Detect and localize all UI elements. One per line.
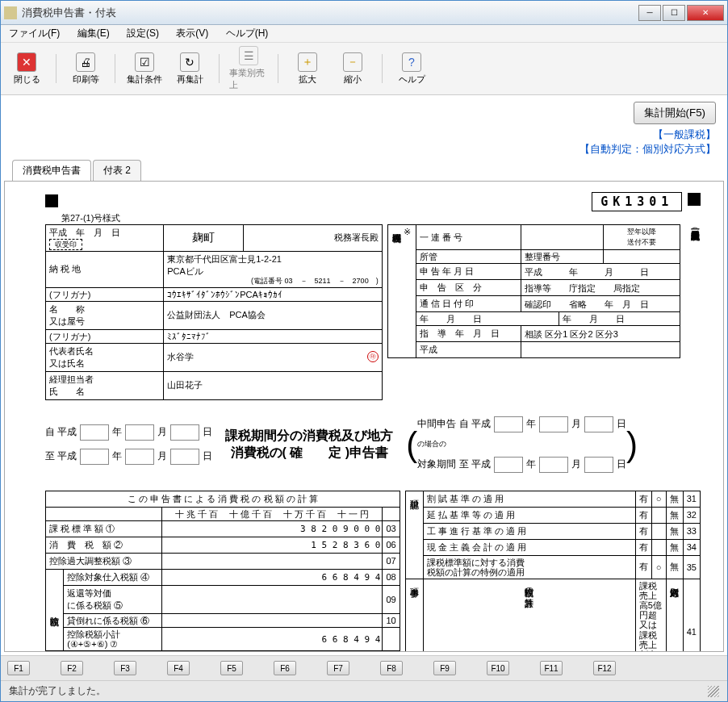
- conditions-button[interactable]: ☑集計条件: [125, 52, 164, 86]
- f4-key[interactable]: F4: [167, 661, 190, 675]
- notes-table: 付記事項 割 賦 基 準 の 適 用有○無31 延 払 基 準 等 の 適 用有…: [405, 491, 701, 652]
- form-code: GK1301: [592, 192, 682, 211]
- zoomout-button[interactable]: －縮小: [333, 52, 372, 86]
- mid-from-d[interactable]: [584, 416, 613, 432]
- mid-from-y[interactable]: [494, 416, 523, 432]
- printer-icon: 🖨: [76, 52, 95, 72]
- f11-key[interactable]: F11: [540, 661, 563, 675]
- f6-key[interactable]: F6: [274, 661, 296, 675]
- applicant-table: 平成 年 月 日収受印 麹町 税務署長殿 納 税 地 東京都千代田区富士見1-2…: [45, 224, 383, 400]
- form-number: 第27-(1)号様式: [61, 212, 701, 224]
- menu-help[interactable]: ヘルプ(H): [226, 27, 269, 39]
- recalc-icon: ↻: [180, 52, 199, 72]
- menu-view[interactable]: 表示(V): [176, 27, 208, 39]
- f10-key[interactable]: F10: [487, 661, 509, 675]
- tax-mode-labels: 【一般課税】 【自動判定：個別対応方式】: [1, 127, 727, 160]
- form-area[interactable]: GK1301 第27-(1)号様式 平成 年 月 日収受印 麹町 税務署長殿 納…: [4, 181, 724, 652]
- f8-key[interactable]: F8: [380, 661, 403, 675]
- from-month-input[interactable]: [125, 424, 154, 441]
- help-icon: ?: [402, 52, 421, 72]
- toolbar: ✕閉じる 🖨印刷等 ☑集計条件 ↻再集計 ☰事業別売上 ＋拡大 －縮小 ?ヘルプ: [1, 43, 727, 95]
- office-processing-table: ※税務署処理欄 一 連 番 号翌年以降 送付不要 所管整理番号 申 告 年 月 …: [387, 224, 680, 358]
- bybusiness-button[interactable]: ☰事業別売上: [229, 46, 268, 91]
- menu-file[interactable]: ファイル(F): [9, 27, 60, 39]
- seal-icon: ㊞: [367, 351, 379, 362]
- list-icon: ☰: [239, 46, 258, 65]
- resize-grip[interactable]: [708, 686, 719, 697]
- calc-table: こ の 申 告 書 に よ る 消 費 税 の 税 額 の 計 算 十 兆 千 …: [45, 491, 400, 651]
- f5-key[interactable]: F5: [220, 661, 243, 675]
- tab-declaration[interactable]: 消費税申告書: [12, 160, 91, 181]
- f7-key[interactable]: F7: [327, 661, 349, 675]
- black-marker-left: [45, 194, 58, 207]
- statusbar: 集計が完了しました。: [1, 680, 727, 701]
- f9-key[interactable]: F9: [433, 661, 456, 675]
- minimize-button[interactable]: ─: [638, 5, 661, 21]
- window-title: 消費税申告書・付表: [22, 6, 638, 20]
- status-text: 集計が完了しました。: [9, 684, 106, 698]
- plus-icon: ＋: [298, 52, 317, 72]
- menu-settings[interactable]: 設定(S): [127, 27, 159, 39]
- f2-key[interactable]: F2: [61, 661, 83, 675]
- recalc-button[interactable]: ↻再集計: [170, 52, 209, 86]
- declaration-title-2: 消費税の( 確 定 )申告書: [225, 445, 393, 462]
- conditions-icon: ☑: [135, 52, 154, 72]
- to-year-input[interactable]: [80, 449, 109, 465]
- f12-key[interactable]: F12: [593, 661, 616, 675]
- declaration-title-1: 課税期間分の消費税及び地方: [225, 428, 393, 445]
- black-marker-right: [688, 193, 701, 206]
- help-button[interactable]: ?ヘルプ: [392, 52, 431, 86]
- mid-from-m[interactable]: [539, 416, 568, 432]
- name-label: 名 称 又は屋号: [46, 301, 164, 329]
- menu-edit[interactable]: 編集(E): [77, 27, 110, 39]
- f1-key[interactable]: F1: [7, 661, 30, 675]
- f3-key[interactable]: F3: [114, 661, 136, 675]
- from-year-input[interactable]: [80, 424, 109, 441]
- titlebar: 消費税申告書・付表 ─ ☐ ✕: [1, 1, 727, 25]
- print-button[interactable]: 🖨印刷等: [66, 52, 105, 86]
- fkey-bar: F1 F2 F3 F4 F5 F6 F7 F8 F9 F10 F11 F12: [1, 655, 727, 680]
- mid-to-m[interactable]: [539, 457, 568, 473]
- from-day-input[interactable]: [170, 424, 199, 441]
- tab-appendix2[interactable]: 付表 2: [93, 160, 141, 181]
- start-calc-button[interactable]: 集計開始(F5): [634, 102, 716, 124]
- close-icon: ✕: [17, 52, 36, 72]
- close-button[interactable]: ✕: [687, 5, 724, 21]
- minus-icon: －: [343, 52, 362, 72]
- to-month-input[interactable]: [125, 449, 154, 465]
- zoomin-button[interactable]: ＋拡大: [288, 52, 327, 86]
- close-tool-button[interactable]: ✕閉じる: [7, 52, 46, 86]
- mid-to-d[interactable]: [584, 457, 613, 473]
- to-day-input[interactable]: [170, 449, 199, 465]
- app-icon: [4, 6, 17, 19]
- maximize-button[interactable]: ☐: [663, 5, 685, 21]
- mid-to-y[interactable]: [494, 457, 523, 473]
- menubar: ファイル(F) 編集(E) 設定(S) 表示(V) ヘルプ(H): [1, 25, 727, 43]
